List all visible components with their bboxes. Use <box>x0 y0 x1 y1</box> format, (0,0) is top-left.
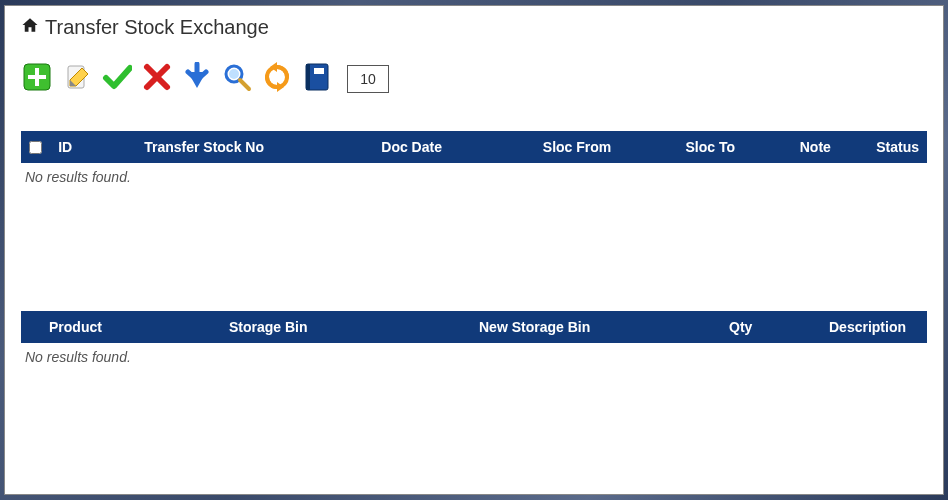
delete-button[interactable] <box>141 63 173 95</box>
main-panel: Transfer Stock Exchange <box>4 5 944 495</box>
section-gap <box>21 191 927 311</box>
col-status[interactable]: Status <box>868 139 927 155</box>
select-all-checkbox[interactable] <box>29 141 42 154</box>
approve-button[interactable] <box>101 63 133 95</box>
edit-icon <box>62 62 92 96</box>
search-icon <box>222 62 252 96</box>
col-doc-date[interactable]: Doc Date <box>373 139 535 155</box>
home-icon <box>21 16 39 39</box>
col-note[interactable]: Note <box>792 139 868 155</box>
toolbar: 10 <box>21 63 927 95</box>
transfer-table-header: ID Transfer Stock No Doc Date Sloc From … <box>21 131 927 163</box>
svg-rect-2 <box>28 75 46 79</box>
edit-button[interactable] <box>61 63 93 95</box>
col-description[interactable]: Description <box>821 319 927 335</box>
detail-table-header: Product Storage Bin New Storage Bin Qty … <box>21 311 927 343</box>
check-icon <box>102 62 132 96</box>
col-transfer-stock-no[interactable]: Transfer Stock No <box>136 139 373 155</box>
select-all-col <box>21 141 50 154</box>
svg-rect-7 <box>306 64 310 90</box>
x-icon <box>142 62 172 96</box>
col-new-storage-bin[interactable]: New Storage Bin <box>471 319 721 335</box>
col-id[interactable]: ID <box>50 139 136 155</box>
download-button[interactable] <box>181 63 213 95</box>
search-button[interactable] <box>221 63 253 95</box>
add-icon <box>22 62 52 96</box>
refresh-button[interactable] <box>261 63 293 95</box>
col-sloc-to[interactable]: Sloc To <box>677 139 791 155</box>
transfer-table-empty: No results found. <box>21 163 927 191</box>
book-button[interactable] <box>301 63 333 95</box>
book-icon <box>304 62 330 96</box>
download-arrow-icon <box>182 62 212 96</box>
svg-point-5 <box>229 69 239 79</box>
page-size-value: 10 <box>360 71 376 87</box>
col-product[interactable]: Product <box>21 319 221 335</box>
svg-rect-8 <box>314 68 324 74</box>
detail-table-empty: No results found. <box>21 343 927 371</box>
col-sloc-from[interactable]: Sloc From <box>535 139 678 155</box>
page-title-row: Transfer Stock Exchange <box>21 16 927 39</box>
col-storage-bin[interactable]: Storage Bin <box>221 319 471 335</box>
add-button[interactable] <box>21 63 53 95</box>
refresh-icon <box>262 62 292 96</box>
page-title: Transfer Stock Exchange <box>45 16 269 39</box>
page-size-box[interactable]: 10 <box>347 65 389 93</box>
col-qty[interactable]: Qty <box>721 319 821 335</box>
